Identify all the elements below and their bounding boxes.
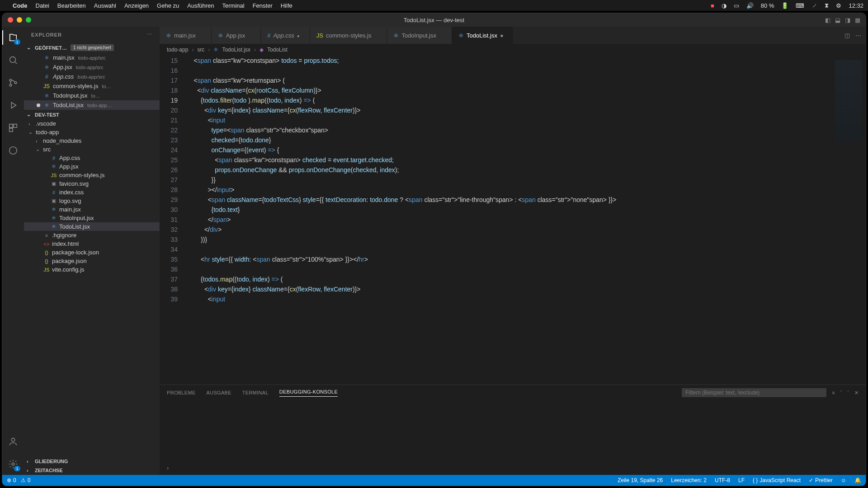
status-encoding[interactable]: UTF-8 xyxy=(715,477,730,483)
bell-icon[interactable]: 🔔 xyxy=(854,477,861,483)
tree-folder[interactable]: ›.vscode xyxy=(24,119,160,128)
status-prettier[interactable]: ✓ Prettier xyxy=(809,477,833,483)
tree-file[interactable]: ⚛TodoList.jsx xyxy=(24,222,160,231)
editor-tab[interactable]: ⚛TodoList.jsx● xyxy=(452,27,513,44)
open-editor-item[interactable]: ⚛TodoInput.jsxto… xyxy=(24,91,160,100)
filter-input[interactable] xyxy=(682,388,826,397)
tree-file[interactable]: ▣logo.svg xyxy=(24,197,160,205)
panel-body[interactable]: › xyxy=(160,400,866,475)
menu-help[interactable]: Hilfe xyxy=(281,2,292,9)
outline-header[interactable]: › GLIEDERUNG xyxy=(24,457,160,466)
breadcrumb-item[interactable]: TodoList.jsx xyxy=(222,47,250,53)
debug-icon[interactable] xyxy=(7,99,19,112)
breadcrumb-item[interactable]: src xyxy=(197,47,204,53)
tree-file[interactable]: {}package-lock.json xyxy=(24,248,160,257)
layout-left-icon[interactable]: ◧ xyxy=(825,17,830,23)
panel-tab-debug-console[interactable]: DEBUGGING-KONSOLE xyxy=(279,389,338,397)
extensions-icon[interactable] xyxy=(7,122,19,134)
battery-text[interactable]: 80 % xyxy=(761,2,774,9)
wifi-off-icon[interactable]: ⟋ xyxy=(811,2,817,9)
status-lang[interactable]: { } JavaScript React xyxy=(753,477,801,483)
tree-file[interactable]: #App.css xyxy=(24,154,160,162)
maximize-window-icon[interactable] xyxy=(26,17,31,23)
close-icon[interactable] xyxy=(297,32,303,39)
tree-file[interactable]: #index.css xyxy=(24,188,160,197)
tree-folder[interactable]: ›node_modules xyxy=(24,136,160,145)
minimize-window-icon[interactable] xyxy=(17,17,22,23)
tree-file[interactable]: ⚛App.jsx xyxy=(24,162,160,171)
open-editor-item[interactable]: #App.csstodo-app/src xyxy=(24,72,160,81)
control-center-icon[interactable]: ⚙ xyxy=(836,2,841,9)
timeline-header[interactable]: › ZEITACHSE xyxy=(24,466,160,475)
tree-file[interactable]: ⚛main.jsx xyxy=(24,205,160,214)
search-icon[interactable] xyxy=(7,54,19,66)
record-icon[interactable]: ■ xyxy=(711,2,714,9)
status-eol[interactable]: LF xyxy=(738,477,745,483)
source-control-icon[interactable] xyxy=(7,76,19,89)
menu-selection[interactable]: Auswahl xyxy=(94,2,116,9)
volume-icon[interactable]: 🔊 xyxy=(746,2,754,9)
settings-gear-icon[interactable]: 1 xyxy=(7,458,19,470)
tree-file[interactable]: <>index.html xyxy=(24,239,160,248)
tab-more-icon[interactable]: ⋯ xyxy=(855,32,861,39)
status-cursor[interactable]: Zeile 19, Spalte 26 xyxy=(618,477,663,483)
menu-edit[interactable]: Bearbeiten xyxy=(57,2,86,9)
menu-view[interactable]: Anzeigen xyxy=(124,2,149,9)
dirty-dot-icon[interactable]: ● xyxy=(500,32,506,39)
battery-icon[interactable]: 🔋 xyxy=(781,2,788,9)
menu-window[interactable]: Fenster xyxy=(253,2,273,9)
menu-file[interactable]: Datei xyxy=(36,2,49,9)
clock[interactable]: 12:32 xyxy=(849,2,863,9)
editor-tab[interactable]: ⚛App.jsx xyxy=(212,27,261,44)
tree-folder[interactable]: ⌄src xyxy=(24,145,160,154)
menu-terminal[interactable]: Terminal xyxy=(222,2,245,9)
explorer-icon[interactable]: 1 xyxy=(7,31,19,44)
open-editors-header[interactable]: ⌄ GEÖFFNET… 1 nicht gespeichert xyxy=(24,42,160,53)
editor-tab[interactable]: JScommon-styles.js xyxy=(310,27,387,44)
layout-full-icon[interactable]: ▦ xyxy=(855,17,860,23)
open-editor-item[interactable]: ⚛App.jsxtodo-app/src xyxy=(24,62,160,72)
breadcrumb-item[interactable]: TodoList xyxy=(267,47,288,53)
remote-icon[interactable] xyxy=(7,144,19,157)
layout-bottom-icon[interactable]: ⬓ xyxy=(835,17,840,23)
close-window-icon[interactable] xyxy=(8,17,13,23)
status-icon-1[interactable]: ◑ xyxy=(722,2,726,9)
tree-file[interactable]: {}package.json xyxy=(24,257,160,265)
panel-tab-problems[interactable]: PROBLEME xyxy=(167,390,196,395)
tree-file[interactable]: ▣favicon.svg xyxy=(24,179,160,188)
sidebar-more-icon[interactable]: ⋯ xyxy=(147,32,152,38)
code-editor[interactable]: 1516171819202122232425262728293031323334… xyxy=(160,56,866,385)
status-indent[interactable]: Leerzeichen: 2 xyxy=(671,477,707,483)
open-editor-item[interactable]: ⚛TodoList.jsxtodo-app… xyxy=(24,100,160,110)
display-icon[interactable]: ▭ xyxy=(734,2,739,9)
layout-right-icon[interactable]: ◨ xyxy=(845,17,850,23)
menu-app[interactable]: Code xyxy=(13,2,28,9)
editor-tab[interactable]: #App.css xyxy=(261,27,310,44)
filter-icon[interactable]: ≡ xyxy=(832,390,835,395)
tree-file[interactable]: JScommon-styles.js xyxy=(24,171,160,179)
account-icon[interactable] xyxy=(7,435,19,448)
split-editor-icon[interactable]: ◫ xyxy=(844,32,850,39)
panel-close-icon[interactable]: ✕ xyxy=(854,390,859,396)
tree-file[interactable]: ⚛TodoInput.jsx xyxy=(24,214,160,222)
panel-tab-output[interactable]: AUSGABE xyxy=(207,390,231,395)
menu-go[interactable]: Gehe zu xyxy=(157,2,179,9)
minimap[interactable] xyxy=(830,56,866,385)
tree-file[interactable]: ≡.hgignore xyxy=(24,231,160,239)
menu-run[interactable]: Ausführen xyxy=(187,2,214,9)
code-content[interactable]: <span class="kw">constspan> todos = prop… xyxy=(187,56,830,385)
tree-folder[interactable]: ⌄todo-app xyxy=(24,128,160,136)
tree-file[interactable]: JSvite.config.js xyxy=(24,265,160,274)
open-editor-item[interactable]: ⚛main.jsxtodo-app/src xyxy=(24,53,160,62)
project-header[interactable]: ⌄ DEV-TEST xyxy=(24,110,160,119)
feedback-icon[interactable]: ☺ xyxy=(841,477,846,483)
editor-tab[interactable]: ⚛main.jsx xyxy=(160,27,212,44)
panel-collapse-icon[interactable]: ˆ xyxy=(840,390,842,395)
spotlight-icon[interactable]: ⧗ xyxy=(825,2,829,9)
keyboard-icon[interactable]: ⌨ xyxy=(796,2,804,9)
breadcrumb[interactable]: todo-app › src › ⚛ TodoList.jsx › ◈ Todo… xyxy=(160,44,866,56)
status-errors[interactable]: ⊗ 0 ⚠ 0 xyxy=(7,477,30,483)
breadcrumb-item[interactable]: todo-app xyxy=(167,47,188,53)
panel-expand-icon[interactable]: ˇ xyxy=(847,390,849,395)
editor-tab[interactable]: ⚛TodoInput.jsx xyxy=(387,27,452,44)
